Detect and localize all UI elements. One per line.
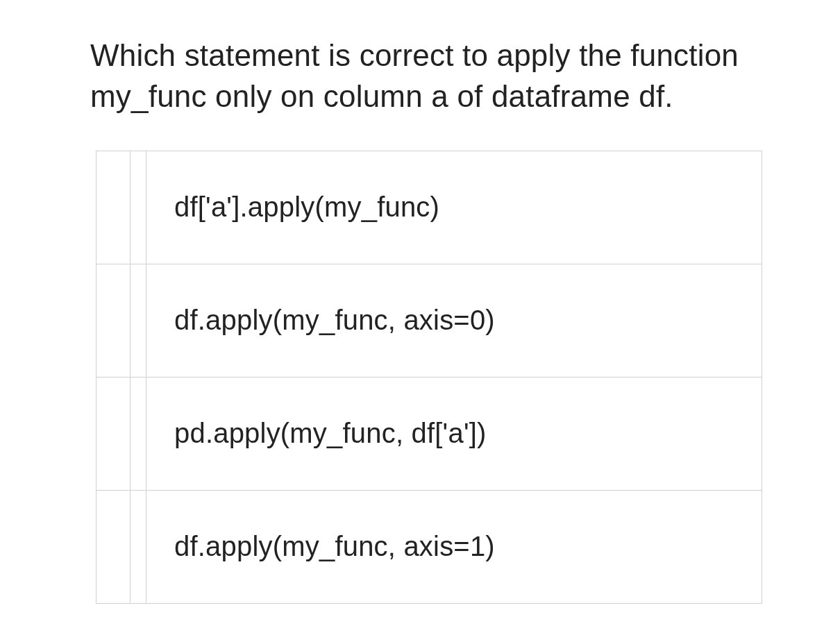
option-gap (131, 377, 146, 490)
option-text[interactable]: df.apply(my_func, axis=1) (146, 490, 762, 603)
option-gap (131, 264, 146, 377)
option-drag-handle[interactable] (96, 151, 131, 264)
question-text: Which statement is correct to apply the … (90, 35, 750, 117)
option-text[interactable]: df['a'].apply(my_func) (146, 151, 762, 264)
option-drag-handle[interactable] (96, 490, 131, 603)
option-drag-handle[interactable] (96, 264, 131, 377)
option-gap (131, 151, 146, 264)
options-table: df['a'].apply(my_func) df.apply(my_func,… (96, 151, 762, 604)
option-gap (131, 490, 146, 603)
option-row[interactable]: pd.apply(my_func, df['a']) (96, 377, 762, 490)
option-row[interactable]: df.apply(my_func, axis=1) (96, 490, 762, 603)
option-text[interactable]: df.apply(my_func, axis=0) (146, 264, 762, 377)
option-drag-handle[interactable] (96, 377, 131, 490)
option-row[interactable]: df.apply(my_func, axis=0) (96, 264, 762, 377)
option-text[interactable]: pd.apply(my_func, df['a']) (146, 377, 762, 490)
option-row[interactable]: df['a'].apply(my_func) (96, 151, 762, 264)
quiz-page: Which statement is correct to apply the … (0, 0, 833, 604)
